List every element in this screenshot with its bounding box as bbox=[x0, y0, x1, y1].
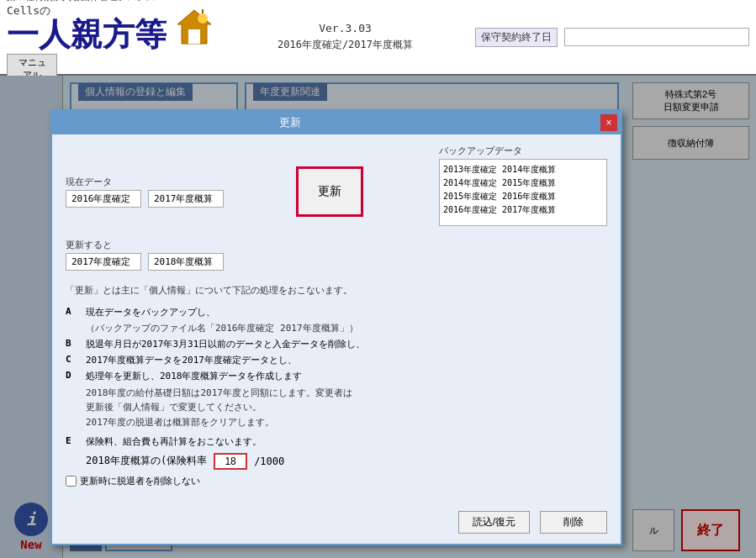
modal-two-col: 現在データ 2016年度確定 2017年度概算 更新 更新すると bbox=[66, 145, 607, 276]
desc-item-e: E 保険料、組合費も再計算をおこないます。 bbox=[66, 435, 607, 448]
brand-cells: Cellsの bbox=[7, 4, 50, 17]
modal-header: 更新 × bbox=[52, 111, 621, 134]
desc-item-a-sub: （バックアップのファイル名「2016年度確定 2017年度概算」） bbox=[86, 322, 607, 334]
modal-overlay: 更新 × 現在データ 2016年度確定 2017年度概算 bbox=[0, 76, 756, 558]
update-to-label: 更新すると bbox=[66, 239, 227, 251]
read-restore-btn[interactable]: 読込/復元 bbox=[458, 511, 530, 534]
checkbox-row: 更新時に脱退者を削除しない bbox=[66, 475, 607, 487]
desc-item-b: B 脱退年月日が2017年3月31日以前のデータと入金データを削除し、 bbox=[66, 338, 607, 350]
header-left: 第二種特別加入者団体管理システム Cellsの 一人親方等 マニュアル bbox=[7, 0, 215, 84]
svg-point-2 bbox=[198, 13, 208, 24]
backup-item-0: 2013年度確定 2014年度概算 bbox=[443, 163, 603, 176]
delete-btn[interactable]: 削除 bbox=[540, 511, 607, 534]
header: 第二種特別加入者団体管理システム Cellsの 一人親方等 マニュアル Ver.… bbox=[0, 0, 756, 76]
main-area: i New 個人情報の登録と編集 個人情報 年度更新関連 継続加入申込書 ► デ… bbox=[0, 76, 756, 558]
backup-item-2: 2015年度確定 2016年度概算 bbox=[443, 190, 603, 203]
modal-left: 現在データ 2016年度確定 2017年度概算 更新 更新すると bbox=[66, 145, 426, 276]
version-text: Ver.3.03 bbox=[278, 22, 413, 34]
maintenance-label: 保守契約終了日 bbox=[475, 28, 558, 47]
svg-rect-1 bbox=[188, 29, 200, 44]
modal-footer: 読込/復元 削除 bbox=[52, 504, 621, 544]
modal-update-btn[interactable]: 更新 bbox=[296, 166, 363, 217]
header-right: 保守契約終了日 bbox=[475, 28, 749, 47]
header-center: Ver.3.03 2016年度確定/2017年度概算 bbox=[278, 22, 413, 52]
rate-input[interactable] bbox=[214, 453, 247, 470]
rate-suffix: /1000 bbox=[254, 455, 284, 467]
update-to-2: 2018年度概算 bbox=[148, 253, 224, 271]
update-to-1: 2017年度確定 bbox=[66, 253, 141, 271]
description-intro: 「更新」とは主に「個人情報」について下記の処理をおこないます。 bbox=[66, 282, 607, 299]
desc-item-c: C 2017年度概算データを2017年度確定データとし、 bbox=[66, 354, 607, 366]
modal-close-button[interactable]: × bbox=[600, 114, 617, 131]
brand-name: 一人親方等 bbox=[7, 18, 167, 50]
desc-item-a: A 現在データをバックアップし、 bbox=[66, 306, 607, 318]
current-data-1: 2016年度確定 bbox=[66, 190, 141, 208]
backup-item-3: 2016年度確定 2017年度概算 bbox=[443, 203, 603, 217]
maintenance-row: 保守契約終了日 bbox=[475, 28, 749, 47]
current-data-label: 現在データ bbox=[66, 176, 227, 188]
rate-label: 2018年度概算の(保険料率 bbox=[86, 454, 207, 468]
backup-label: バックアップデータ bbox=[439, 145, 607, 157]
note-d: 2018年度の給付基礎日額は2017年度と同額にします。変更者は 更新後「個人情… bbox=[86, 386, 607, 430]
fiscal-text: 2016年度確定/2017年度概算 bbox=[278, 38, 413, 52]
desc-item-d: D 処理年を更新し、2018年度概算データを作成します bbox=[66, 370, 607, 382]
update-modal: 更新 × 現在データ 2016年度確定 2017年度概算 bbox=[50, 109, 622, 545]
maintenance-input bbox=[564, 28, 749, 46]
current-data-2: 2017年度概算 bbox=[148, 190, 224, 208]
update-to-row: 更新すると 2017年度確定 2018年度概算 bbox=[66, 239, 426, 271]
current-data-row: 現在データ 2016年度確定 2017年度概算 更新 bbox=[66, 150, 426, 234]
no-delete-checkbox[interactable] bbox=[66, 476, 77, 487]
backup-list: 2013年度確定 2014年度概算 2014年度確定 2015年度概算 2015… bbox=[439, 159, 607, 226]
house-icon bbox=[173, 6, 215, 48]
modal-body: 現在データ 2016年度確定 2017年度概算 更新 更新すると bbox=[52, 134, 621, 497]
modal-title: 更新 bbox=[279, 115, 301, 130]
checkbox-label: 更新時に脱退者を削除しない bbox=[80, 475, 200, 487]
backup-item-1: 2014年度確定 2015年度概算 bbox=[443, 176, 603, 190]
modal-right: バックアップデータ 2013年度確定 2014年度概算 2014年度確定 201… bbox=[439, 145, 607, 276]
rate-row: 2018年度概算の(保険料率 /1000 bbox=[86, 453, 607, 470]
brand-area: Cellsの 一人親方等 bbox=[7, 3, 215, 50]
